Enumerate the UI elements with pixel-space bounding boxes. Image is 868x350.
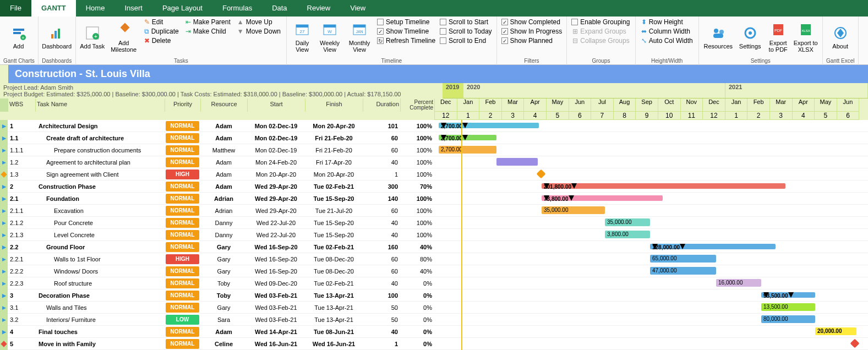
scroll-end-button[interactable]: Scroll to End xyxy=(439,36,493,45)
resources-button[interactable]: Resources xyxy=(702,18,734,56)
task-row[interactable]: 1.3Sign agreement with ClientHIGHAdamMon… xyxy=(0,168,868,181)
tab-review[interactable]: Review xyxy=(297,0,341,17)
setup-timeline-button[interactable]: Setup Timeline xyxy=(376,18,436,26)
row-icon[interactable]: ▶ xyxy=(0,181,8,193)
gantt-bar[interactable]: 2,700.00 xyxy=(439,123,539,128)
task-row[interactable]: ▶2.2.1Walls to 1st FloorHIGHGaryWed 16-S… xyxy=(0,253,868,265)
delete-button[interactable]: ✖Delete xyxy=(142,36,181,45)
tab-insert[interactable]: Insert xyxy=(114,0,152,17)
row-icon[interactable]: ▶ xyxy=(0,193,8,205)
task-row[interactable]: ▶1.2Agreement to architectural planNORMA… xyxy=(0,156,868,168)
row-icon[interactable] xyxy=(0,168,8,181)
row-icon[interactable]: ▶ xyxy=(0,217,8,229)
edit-button[interactable]: ✎Edit xyxy=(142,18,181,26)
weekly-view-button[interactable]: WWeekly View xyxy=(316,18,343,56)
add-task-button[interactable]: +Add Task xyxy=(79,18,106,56)
row-icon[interactable]: ▶ xyxy=(0,120,8,132)
task-row[interactable]: ▶2.2Ground FloorNORMALGaryWed 16-Sep-20T… xyxy=(0,241,868,253)
gantt-bar[interactable]: 20,000.00 xyxy=(815,327,856,335)
task-row[interactable]: ▶1.1.1Prepare construction documentsNORM… xyxy=(0,144,868,156)
make-child-button[interactable]: ⇥Make Child xyxy=(183,27,233,36)
export-pdf-button[interactable]: PDFExport to PDF xyxy=(766,18,790,56)
row-icon[interactable]: ▶ xyxy=(0,265,8,277)
enable-grouping-check[interactable]: Enable Grouping xyxy=(570,18,631,26)
daily-view-button[interactable]: 27Daily View xyxy=(290,18,314,56)
make-parent-button[interactable]: ⇤Make Parent xyxy=(183,18,233,26)
task-row[interactable]: ▶2.2.3Roof structureNORMALTobyWed 09-Dec… xyxy=(0,277,868,289)
gantt-bar[interactable] xyxy=(850,338,860,348)
task-row[interactable]: ▶1Architectural DesignNORMALAdamMon 02-D… xyxy=(0,120,868,132)
refresh-timeline-button[interactable]: ↻Refresh Timeline xyxy=(376,36,436,45)
row-icon[interactable]: ▶ xyxy=(0,144,8,156)
row-icon[interactable]: ▶ xyxy=(0,302,8,314)
gantt-bar[interactable]: 128,000.00 xyxy=(650,244,776,249)
gantt-bar[interactable]: 2,700.00 xyxy=(439,135,496,140)
show-inprogress-check[interactable]: ✓Show In Progress xyxy=(500,27,564,36)
task-row[interactable]: ▶4Final touchesNORMALAdamWed 14-Apr-21Tu… xyxy=(0,326,868,338)
add-milestone-button[interactable]: Add Milestone xyxy=(108,18,140,56)
row-icon[interactable]: ▶ xyxy=(0,289,8,302)
task-row[interactable]: ▶2.1.2Pour ConcreteNORMALDannyWed 22-Jul… xyxy=(0,217,868,229)
tab-gantt[interactable]: GANTT xyxy=(31,0,76,17)
gantt-bar[interactable]: 65,000.00 xyxy=(650,255,716,262)
task-row[interactable]: ▶2.2.2Windows/ DoorsNORMALGaryWed 16-Sep… xyxy=(0,265,868,277)
expand-groups-button[interactable]: ⊞Expand Groups xyxy=(570,27,631,36)
row-icon[interactable]: ▶ xyxy=(0,205,8,217)
row-icon[interactable]: ▶ xyxy=(0,241,8,253)
tab-home[interactable]: Home xyxy=(76,0,115,17)
tab-pagelayout[interactable]: Page Layout xyxy=(152,0,212,17)
task-row[interactable]: ▶3.1Walls and TilesNORMALGaryWed 03-Feb-… xyxy=(0,302,868,314)
gantt-bar[interactable]: 16,000.00 xyxy=(716,279,761,287)
row-icon[interactable] xyxy=(0,338,8,350)
gantt-bar[interactable]: 3,800.00 xyxy=(605,231,650,238)
dashboard-button[interactable]: Dashboard xyxy=(42,18,72,56)
task-row[interactable]: ▶2Construction PhaseNORMALAdamWed 29-Apr… xyxy=(0,181,868,193)
row-icon[interactable]: ▶ xyxy=(0,277,8,289)
task-row[interactable]: ▶2.1.1ExcavationNORMALAdrianWed 29-Apr-2… xyxy=(0,205,868,217)
column-width-button[interactable]: ⬌Column Width xyxy=(639,27,695,36)
export-xlsx-button[interactable]: XLSXExport to XLSX xyxy=(793,18,819,56)
scroll-start-button[interactable]: Scroll to Start xyxy=(439,18,493,26)
about-button[interactable]: About xyxy=(826,18,855,56)
show-planned-check[interactable]: ✓Show Planned xyxy=(500,36,564,45)
task-row[interactable]: ▶2.1FoundationNORMALAdrianWed 29-Apr-20T… xyxy=(0,193,868,205)
settings-button[interactable]: Settings xyxy=(736,18,764,56)
tab-view[interactable]: View xyxy=(340,0,375,17)
monthly-view-button[interactable]: JANMonthly View xyxy=(345,18,374,56)
gantt-bar[interactable]: 73,800.00 xyxy=(542,195,663,201)
gantt-bar[interactable]: 80,000.00 xyxy=(761,315,815,323)
tab-file[interactable]: File xyxy=(0,0,31,17)
duplicate-button[interactable]: ⧉Duplicate xyxy=(142,27,181,36)
tab-data[interactable]: Data xyxy=(262,0,297,17)
gantt-bar[interactable]: 93,500.00 xyxy=(761,292,815,298)
row-icon[interactable]: ▶ xyxy=(0,156,8,168)
add-button[interactable]: +Add xyxy=(3,18,34,56)
gantt-bar[interactable]: 201,800.00 xyxy=(542,183,785,189)
task-row[interactable]: ▶1.1Create draft of architectureNORMALAd… xyxy=(0,132,868,144)
task-row[interactable]: ▶3Decoration PhaseNORMALTobyWed 03-Feb-2… xyxy=(0,289,868,302)
gantt-bar[interactable]: 47,000.00 xyxy=(650,267,716,275)
row-icon[interactable]: ▶ xyxy=(0,314,8,326)
collapse-groups-button[interactable]: ⊟Collapse Groups xyxy=(570,36,631,45)
gantt-bar[interactable]: 35,000.00 xyxy=(605,218,650,226)
gantt-bar[interactable]: 13,500.00 xyxy=(761,303,815,311)
gantt-bar[interactable] xyxy=(496,158,538,166)
row-icon[interactable]: ▶ xyxy=(0,253,8,265)
scroll-today-button[interactable]: Scroll to Today xyxy=(439,27,493,36)
show-timeline-check[interactable]: ✓Show Timeline xyxy=(376,27,436,36)
auto-col-width-button[interactable]: ⤡Auto Col Width xyxy=(639,36,695,45)
task-row[interactable]: ▶3.2Interiors/ FurnitureLOWSaraWed 03-Fe… xyxy=(0,314,868,326)
row-icon[interactable]: ▶ xyxy=(0,132,8,144)
gantt-bar[interactable]: 35,000.00 xyxy=(542,206,605,214)
task-row[interactable]: ▶2.1.3Level ConcreteNORMALDannyWed 22-Ju… xyxy=(0,229,868,241)
row-icon[interactable]: ▶ xyxy=(0,326,8,338)
tab-formulas[interactable]: Formulas xyxy=(212,0,262,17)
gantt-bar[interactable]: 2,700.00 xyxy=(439,146,496,154)
show-completed-check[interactable]: ✓Show Completed xyxy=(500,18,564,26)
move-down-button[interactable]: ▼Move Down xyxy=(235,27,283,36)
row-height-button[interactable]: ⬍Row Height xyxy=(639,18,695,26)
move-up-button[interactable]: ▲Move Up xyxy=(235,18,283,26)
gantt-bar[interactable] xyxy=(537,169,546,178)
row-icon[interactable]: ▶ xyxy=(0,229,8,241)
task-row[interactable]: 5Move in with FamilyNORMALCelineWed 16-J… xyxy=(0,338,868,350)
